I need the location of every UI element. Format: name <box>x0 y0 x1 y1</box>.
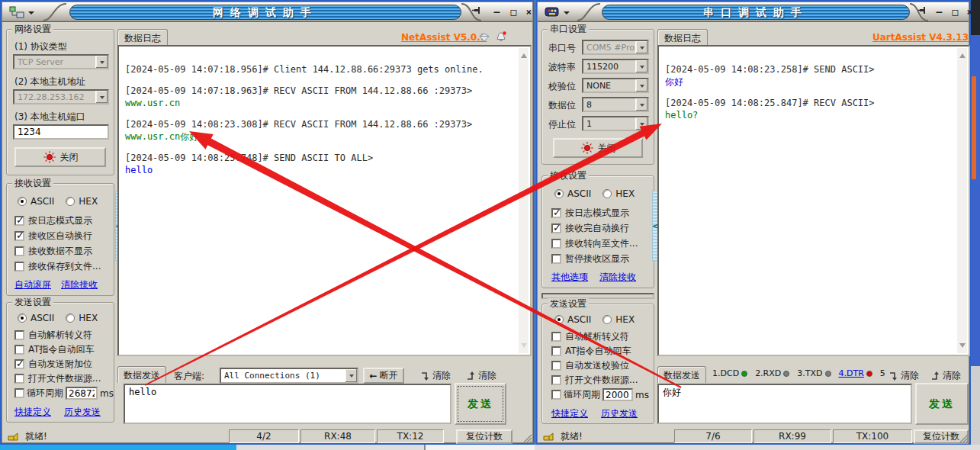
baud-select[interactable]: 115200 <box>582 59 649 74</box>
other-options-link[interactable]: 其他选项 <box>551 271 588 284</box>
checkbox[interactable] <box>551 254 561 264</box>
quick-define-link[interactable]: 快捷定义 <box>551 407 588 420</box>
maximize-button[interactable]: □ <box>949 6 962 18</box>
log-scrollbar[interactable] <box>519 48 529 353</box>
ascii-radio[interactable] <box>18 313 27 323</box>
checkbox-row[interactable]: AT指令自动回车 <box>551 345 631 358</box>
clear-send-area-button[interactable]: 清除 <box>888 369 919 382</box>
checkbox-row[interactable]: 按日志模式显示 <box>551 207 629 220</box>
protocol-select[interactable]: TCP Server <box>13 54 109 69</box>
app-icon[interactable] <box>545 6 560 21</box>
send-button[interactable]: 发送 <box>915 383 969 425</box>
combo-arrow-icon[interactable] <box>635 60 647 72</box>
checkbox[interactable] <box>551 346 561 356</box>
minimize-button[interactable]: – <box>490 6 503 18</box>
titlebar[interactable]: 网络调试助手 – □ × <box>2 2 532 22</box>
combo-arrow-icon[interactable] <box>635 41 647 53</box>
checkbox-row[interactable]: 接收转向至文件... <box>551 237 638 250</box>
signal-dtr[interactable]: 4.DTR <box>839 368 872 378</box>
checkbox[interactable] <box>14 231 24 241</box>
tab-data-log[interactable]: 数据日志 <box>657 29 708 45</box>
data-log[interactable]: [2024-05-09 14:08:23.258]# SEND ASCII> 你… <box>657 45 970 356</box>
cycle-input[interactable] <box>602 388 633 401</box>
resize-grip[interactable] <box>959 434 969 443</box>
notification-bell-icon[interactable] <box>496 31 507 44</box>
stopbits-select[interactable]: 1 <box>582 116 649 131</box>
parity-select[interactable]: NONE <box>582 78 649 93</box>
clear-recv-area-button[interactable]: 清除 <box>465 369 496 382</box>
checkbox-row[interactable]: 自动解析转义符 <box>14 329 92 342</box>
reset-counter-button[interactable]: 复位计数 <box>456 429 512 444</box>
combo-arrow-icon[interactable] <box>345 369 357 382</box>
version-link[interactable]: NetAssist V5.0.1 <box>401 32 487 43</box>
host-select[interactable]: 172.28.253.162 <box>13 89 109 104</box>
resize-grip[interactable] <box>523 434 532 443</box>
combo-arrow-icon[interactable] <box>635 98 647 111</box>
send-input[interactable]: hello <box>124 384 451 424</box>
checkbox[interactable] <box>551 361 561 371</box>
checkbox[interactable] <box>551 375 561 385</box>
checkbox-row[interactable]: 按日志模式显示 <box>14 214 92 227</box>
checkbox[interactable] <box>14 345 24 355</box>
history-send-link[interactable]: 历史发送 <box>601 407 638 420</box>
hex-radio[interactable] <box>602 315 612 324</box>
clear-receive-link[interactable]: 清除接收 <box>61 278 98 291</box>
checkbox-row[interactable]: 接收保存到文件... <box>14 260 101 273</box>
databits-select[interactable]: 8 <box>582 97 649 112</box>
close-port-button[interactable]: 关闭 <box>553 138 643 158</box>
checkbox[interactable] <box>551 239 561 249</box>
checkbox[interactable] <box>551 332 561 342</box>
checkbox-row[interactable]: 接收区自动换行 <box>14 230 92 243</box>
checkbox-row[interactable]: AT指令自动回车 <box>14 343 95 356</box>
ascii-radio[interactable] <box>18 197 27 206</box>
ascii-radio[interactable] <box>554 189 564 198</box>
cycle-row[interactable]: 循环周期 ms <box>14 387 114 400</box>
checkbox[interactable] <box>14 359 24 369</box>
auto-scroll-link[interactable]: 自动滚屏 <box>14 278 51 291</box>
scroll-up-icon[interactable] <box>959 50 966 58</box>
minimize-button[interactable]: – <box>933 6 946 18</box>
combo-arrow-icon[interactable] <box>95 56 108 68</box>
close-window-button[interactable]: × <box>522 6 535 18</box>
log-scrollbar[interactable] <box>957 48 967 353</box>
combo-arrow-icon[interactable] <box>635 79 647 92</box>
connection-select[interactable]: All Connections (1) <box>220 368 358 384</box>
checkbox[interactable] <box>14 330 24 340</box>
checkbox-row[interactable]: 打开文件数据源... <box>551 374 638 387</box>
checkbox[interactable] <box>14 246 24 256</box>
checkbox-row[interactable]: 自动发送附加位 <box>14 358 92 371</box>
hex-radio[interactable] <box>66 197 75 206</box>
checkbox[interactable] <box>14 216 24 226</box>
combo-arrow-icon[interactable] <box>635 117 647 130</box>
tab-data-log[interactable]: 数据日志 <box>117 29 168 45</box>
hex-radio[interactable] <box>602 189 612 198</box>
combo-arrow-icon[interactable] <box>95 91 108 103</box>
app-menu-arrow-icon[interactable] <box>564 11 570 18</box>
checkbox[interactable] <box>551 390 561 400</box>
clear-recv-area-button[interactable]: 清除 <box>930 369 961 382</box>
history-send-link[interactable]: 历史发送 <box>64 406 101 419</box>
checkbox-row[interactable]: 打开文件数据源... <box>14 372 101 385</box>
data-log[interactable]: [2024-05-09 14:07:18.956]# Client 144.12… <box>117 45 532 356</box>
app-menu-arrow-icon[interactable] <box>28 11 34 18</box>
checkbox-row[interactable]: 接收完自动换行 <box>551 222 629 235</box>
quick-define-link[interactable]: 快捷定义 <box>14 406 51 419</box>
vip-gem-icon[interactable] <box>479 33 490 44</box>
scroll-up-icon[interactable] <box>521 50 527 58</box>
cycle-row[interactable]: 循环周期 ms <box>551 388 649 401</box>
app-icon[interactable] <box>9 6 24 21</box>
tab-data-send[interactable]: 数据发送 <box>657 366 706 383</box>
checkbox[interactable] <box>14 374 24 384</box>
disconnect-button[interactable]: ←断开 <box>363 368 404 384</box>
send-input[interactable]: 你好 <box>657 384 912 424</box>
checkbox-row[interactable]: 暂停接收区显示 <box>551 252 629 265</box>
send-button[interactable]: 发送 <box>455 383 506 425</box>
tab-data-send[interactable]: 数据发送 <box>117 366 166 383</box>
titlebar[interactable]: 串口调试助手 – □ × <box>538 2 969 22</box>
checkbox-row[interactable]: 自动发送校验位 <box>551 359 629 372</box>
checkbox[interactable] <box>551 208 561 218</box>
close-connection-button[interactable]: 关闭 <box>14 147 106 167</box>
clear-send-area-button[interactable]: 清除 <box>419 369 451 382</box>
version-link[interactable]: UartAssist V4.3.13 <box>825 32 969 43</box>
port-select[interactable]: COM5 #Pro <box>582 40 649 55</box>
